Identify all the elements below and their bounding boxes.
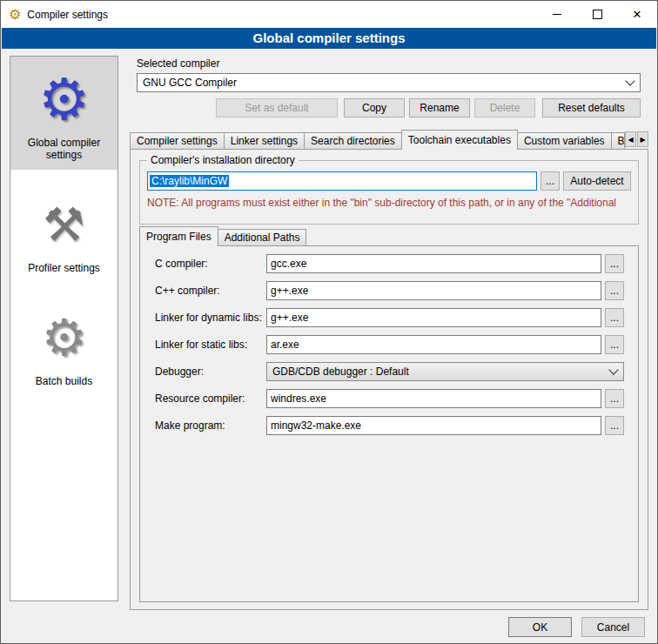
resource-compiler-browse-button[interactable]: ... [605,389,624,408]
make-program-label: Make program: [155,419,266,432]
cpp-compiler-browse-button[interactable]: ... [605,281,624,300]
debugger-select[interactable]: GDB/CDB debugger : Default [266,362,624,381]
ok-button[interactable]: OK [508,617,572,637]
tab-scroll-buttons: ◀ ▶ [625,131,648,147]
tab-program-files[interactable]: Program Files [139,226,218,246]
blue-gear-icon: ⚙ [38,62,90,137]
tab-search-directories[interactable]: Search directories [304,132,402,149]
tab-build-options[interactable]: Buil [611,132,625,149]
sidebar-item-label: Profiler settings [28,262,100,274]
debugger-value: GDB/CDB debugger : Default [272,366,605,378]
tab-additional-paths[interactable]: Additional Paths [218,229,307,245]
program-files-page: C compiler: gcc.exe ... C++ compiler: g+… [139,245,639,602]
make-program-browse-button[interactable]: ... [605,416,624,435]
rename-button[interactable]: Rename [409,98,470,117]
field-row-debugger: Debugger: GDB/CDB debugger : Default [155,362,624,381]
installation-directory-legend: Compiler's installation directory [147,154,299,166]
tab-scroll-left-icon[interactable]: ◀ [625,131,636,147]
cpp-compiler-value: g++.exe [271,285,308,297]
installation-directory-row: C:\raylib\MinGW ... Auto-detect [147,171,631,191]
window-title: Compiler settings [27,9,108,21]
linker-static-browse-button[interactable]: ... [605,335,624,354]
delete-button[interactable]: Delete [474,98,535,117]
main-panel: Selected compiler GNU GCC Compiler Set a… [127,49,650,610]
set-as-default-button[interactable]: Set as default [216,98,338,117]
make-program-input[interactable]: mingw32-make.exe [266,416,601,435]
program-tabs: Program Files Additional Paths [139,226,639,245]
maximize-button[interactable] [577,1,617,28]
field-row-cpp-compiler: C++ compiler: g++.exe ... [155,281,624,300]
note-text: NOTE: All programs must exist either in … [147,197,636,209]
sidebar-item-label: Global compiler settings [13,137,115,161]
installation-directory-browse-button[interactable]: ... [540,171,560,191]
resource-compiler-input[interactable]: windres.exe [266,389,601,408]
field-row-c-compiler: C compiler: gcc.exe ... [155,254,624,273]
debugger-label: Debugger: [155,366,266,378]
linker-dynamic-value: g++.exe [271,312,308,324]
gray-gears-icon: ⚙ [42,300,87,375]
cpp-compiler-input[interactable]: g++.exe [266,281,601,300]
minimize-button[interactable] [537,1,577,28]
c-compiler-value: gcc.exe [271,258,306,270]
hammer-icon: ⚒ [43,187,84,262]
tab-scroll-right-icon[interactable]: ▶ [637,131,648,147]
maximize-icon [593,10,602,19]
linker-static-label: Linker for static libs: [155,339,266,351]
selected-compiler-select[interactable]: GNU GCC Compiler [137,73,641,92]
cpp-compiler-label: C++ compiler: [155,285,266,297]
cancel-button[interactable]: Cancel [581,617,645,637]
sidebar-item-profiler-settings[interactable]: ⚒ Profiler settings [10,182,118,283]
auto-detect-button[interactable]: Auto-detect [563,171,631,191]
installation-directory-input[interactable]: C:\raylib\MinGW [147,171,537,191]
c-compiler-browse-button[interactable]: ... [605,254,624,273]
settings-sidebar: ⚙ Global compiler settings ⚒ Profiler se… [10,56,118,601]
field-row-make-program: Make program: mingw32-make.exe ... [155,416,624,435]
titlebar[interactable]: ⚙ Compiler settings ✕ [1,1,657,28]
minimize-icon [553,14,561,15]
field-row-linker-dynamic: Linker for dynamic libs: g++.exe ... [155,308,624,327]
resource-compiler-value: windres.exe [271,392,326,405]
linker-dynamic-input[interactable]: g++.exe [266,308,601,327]
make-program-value: mingw32-make.exe [271,419,361,432]
sidebar-item-global-compiler-settings[interactable]: ⚙ Global compiler settings [10,57,118,170]
installation-directory-value: C:\raylib\MinGW [150,175,229,187]
resource-compiler-label: Resource compiler: [155,392,266,405]
c-compiler-label: C compiler: [155,258,266,270]
toolchain-executables-page: Compiler's installation directory C:\ray… [130,149,648,610]
tab-toolchain-executables[interactable]: Toolchain executables [401,130,518,150]
window-controls: ✕ [537,1,657,28]
linker-static-input[interactable]: ar.exe [266,335,601,354]
c-compiler-input[interactable]: gcc.exe [266,254,601,273]
linker-static-value: ar.exe [271,339,299,351]
reset-defaults-button[interactable]: Reset defaults [542,98,641,117]
close-button[interactable]: ✕ [617,1,657,28]
page-title: Global compiler settings [2,28,656,49]
copy-button[interactable]: Copy [344,98,405,117]
tab-compiler-settings[interactable]: Compiler settings [130,132,225,149]
selected-compiler-value: GNU GCC Compiler [143,77,621,89]
field-row-linker-static: Linker for static libs: ar.exe ... [155,335,624,354]
selected-compiler-label: Selected compiler [137,57,219,70]
sidebar-item-label: Batch builds [36,375,92,387]
compiler-settings-dialog: ⚙ Compiler settings ✕ Global compiler se… [0,0,658,644]
linker-dynamic-browse-button[interactable]: ... [605,308,624,327]
linker-dynamic-label: Linker for dynamic libs: [155,312,266,324]
chevron-down-icon [625,76,634,85]
sidebar-item-batch-builds[interactable]: ⚙ Batch builds [10,295,118,396]
chevron-down-icon [608,365,618,374]
field-row-resource-compiler: Resource compiler: windres.exe ... [155,389,624,408]
close-icon: ✕ [633,9,642,20]
compiler-buttons-row: Set as default Copy Rename Delete Reset … [137,98,641,117]
settings-tabstrip: Compiler settings Linker settings Search… [130,130,648,149]
tab-custom-variables[interactable]: Custom variables [517,132,612,149]
app-icon: ⚙ [9,8,21,22]
tab-linker-settings[interactable]: Linker settings [224,132,305,149]
installation-directory-group: Compiler's installation directory C:\ray… [139,160,639,225]
